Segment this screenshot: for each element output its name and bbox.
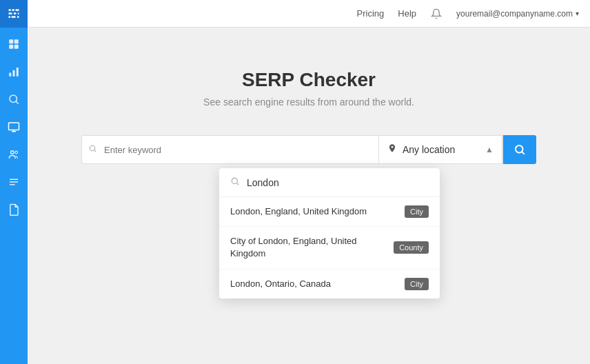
sidebar-item-list[interactable]	[0, 168, 28, 196]
page-subtitle: See search engine results from around th…	[203, 97, 414, 108]
svg-rect-18	[9, 123, 19, 130]
dropdown-search-icon	[230, 176, 240, 188]
chart-icon	[8, 65, 20, 78]
search-icon	[8, 93, 20, 105]
chevron-up-icon: ▲	[485, 145, 494, 154]
svg-line-27	[94, 150, 96, 152]
svg-rect-1	[12, 9, 14, 11]
location-dropdown: London, England, United Kingdom City Cit…	[219, 168, 440, 299]
svg-rect-11	[9, 45, 13, 49]
svg-rect-3	[9, 12, 12, 14]
location-selector[interactable]: Any location ▲	[378, 135, 502, 164]
svg-rect-12	[14, 45, 19, 49]
sidebar-item-search[interactable]	[0, 85, 28, 113]
main-content: Pricing Help youremail@companyname.com S…	[28, 0, 590, 364]
location-result-2[interactable]: City of London, England, United Kingdom …	[219, 227, 440, 269]
users-icon	[8, 148, 20, 161]
logo-icon	[7, 7, 21, 21]
sidebar	[0, 0, 28, 364]
svg-rect-5	[18, 12, 19, 14]
keyword-search-icon	[88, 143, 97, 156]
header: Pricing Help youremail@companyname.com	[28, 0, 590, 28]
location-result-3[interactable]: London, Ontario, Canada City	[219, 270, 440, 299]
location-results: London, England, United Kingdom City Cit…	[219, 197, 440, 299]
sidebar-item-users[interactable]	[0, 141, 28, 168]
sidebar-item-dashboard[interactable]	[0, 30, 28, 58]
svg-point-16	[10, 95, 17, 103]
svg-line-29	[522, 152, 524, 154]
svg-rect-2	[16, 9, 19, 11]
svg-point-22	[15, 151, 18, 154]
svg-rect-10	[14, 39, 19, 43]
list-icon	[8, 176, 20, 188]
location-result-3-badge: City	[405, 278, 429, 290]
sidebar-item-serp[interactable]	[0, 113, 28, 141]
page-title: SERP Checker	[242, 69, 376, 91]
user-email[interactable]: youremail@companyname.com	[456, 9, 579, 19]
svg-point-26	[90, 145, 95, 151]
sidebar-item-analytics[interactable]	[0, 58, 28, 85]
svg-line-31	[237, 183, 239, 185]
grid-icon	[8, 38, 20, 50]
search-button[interactable]	[503, 135, 536, 164]
file-icon	[8, 203, 20, 216]
svg-rect-9	[9, 39, 13, 43]
location-result-2-text: City of London, England, United Kingdom	[230, 235, 387, 260]
keyword-input-wrapper	[81, 135, 378, 164]
svg-point-21	[11, 151, 14, 154]
svg-rect-0	[9, 9, 11, 11]
svg-rect-7	[12, 16, 16, 18]
notification-bell-icon[interactable]	[430, 8, 443, 20]
sidebar-item-reports[interactable]	[0, 196, 28, 223]
svg-rect-13	[9, 73, 11, 77]
location-result-1-badge: City	[405, 205, 429, 218]
keyword-input[interactable]	[81, 135, 378, 164]
page-content: SERP Checker See search engine results f…	[28, 28, 590, 364]
sidebar-logo[interactable]	[0, 0, 28, 28]
dropdown-search-input[interactable]	[247, 177, 429, 188]
location-result-3-text: London, Ontario, Canada	[230, 278, 398, 290]
location-label: Any location	[403, 144, 455, 155]
dropdown-search-row	[219, 168, 440, 197]
svg-rect-4	[14, 12, 16, 14]
search-button-icon	[513, 143, 526, 156]
location-result-2-badge: County	[394, 241, 429, 254]
pricing-link[interactable]: Pricing	[357, 8, 385, 19]
location-result-1-text: London, England, United Kingdom	[230, 205, 398, 218]
monitor-icon	[8, 121, 20, 133]
svg-rect-8	[17, 16, 19, 18]
svg-line-17	[16, 101, 18, 103]
svg-point-28	[516, 145, 523, 153]
svg-point-30	[232, 178, 237, 183]
help-link[interactable]: Help	[398, 8, 416, 19]
svg-rect-14	[13, 70, 15, 77]
search-bar: Any location ▲	[81, 135, 536, 164]
location-pin-icon	[387, 143, 397, 156]
location-result-1[interactable]: London, England, United Kingdom City	[219, 197, 440, 227]
svg-rect-15	[17, 68, 19, 77]
svg-rect-6	[9, 16, 11, 18]
